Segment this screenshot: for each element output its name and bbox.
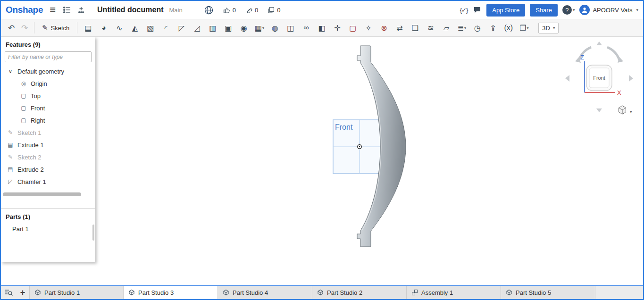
tree-item-extrude-2[interactable]: ▤ Extrude 2: [1, 163, 95, 175]
view-cube[interactable]: Front Z X ▾: [555, 40, 640, 120]
tab-part-studio-3[interactable]: Part Studio 3: [124, 286, 218, 299]
helix-button[interactable]: ◷: [469, 21, 485, 34]
hamburger-menu-icon[interactable]: ≡: [48, 5, 58, 15]
sweep-button[interactable]: ∿: [111, 21, 127, 34]
model-canvas[interactable]: Front: [1, 37, 643, 285]
insert-element-icon[interactable]: [76, 5, 86, 15]
mirror-button[interactable]: ◫: [283, 21, 298, 34]
tree-item-sketch-1[interactable]: ✎ Sketch 1: [1, 126, 95, 139]
tab-part-studio-5[interactable]: Part Studio 5: [501, 286, 595, 299]
part-studio-icon: [34, 289, 41, 296]
hole-button[interactable]: ◉: [236, 21, 251, 34]
circular-pattern-button[interactable]: ◍: [267, 21, 283, 34]
view-options-dropdown[interactable]: [619, 106, 626, 114]
sketch-button[interactable]: ✎ Sketch: [37, 22, 74, 34]
user-name: APOORV Vats: [593, 7, 632, 14]
shell-button[interactable]: ▣: [220, 21, 236, 34]
tab-label: Assembly 1: [421, 289, 453, 296]
tab-part-studio-2[interactable]: Part Studio 2: [312, 286, 407, 299]
revolve-button[interactable]: ◕: [96, 21, 111, 34]
globe-icon[interactable]: [204, 5, 214, 15]
draft-button[interactable]: ◿: [189, 21, 205, 34]
rotate-right-step-icon[interactable]: [629, 75, 633, 82]
fill-surface-button[interactable]: ▱: [438, 21, 454, 34]
origin-marker[interactable]: [358, 145, 361, 149]
chamfer-icon: ◸: [179, 24, 184, 33]
sheet-metal-icon: ❐: [519, 24, 526, 33]
workspace-name[interactable]: Main: [169, 7, 182, 14]
rotate-left-step-icon[interactable]: [565, 75, 569, 82]
appearance-button[interactable]: ≣▾: [454, 21, 469, 34]
document-title[interactable]: Untitled document: [97, 6, 163, 14]
chevron-down-icon[interactable]: ∨: [7, 68, 14, 75]
split-button[interactable]: ◧: [314, 21, 329, 34]
loft-button[interactable]: ◭: [127, 21, 142, 34]
comment-icon[interactable]: [472, 5, 482, 15]
front-plane-label: Front: [335, 123, 353, 131]
replace-face-button[interactable]: ❏: [407, 21, 423, 34]
extrude-button[interactable]: ▤: [80, 21, 96, 34]
tree-label: Extrude 2: [17, 166, 44, 173]
user-menu[interactable]: APOORV Vats ▾: [579, 5, 638, 15]
horizontal-scrollbar[interactable]: [3, 192, 81, 196]
onshape-logo[interactable]: Onshape: [6, 5, 43, 15]
modify-fillet-button[interactable]: ✧: [360, 21, 376, 34]
move-face-button[interactable]: ⇄: [392, 21, 407, 34]
tree-item-right-plane[interactable]: ▢ Right: [1, 114, 95, 126]
chevron-down-icon[interactable]: ▾: [630, 109, 632, 114]
fork-count: 0: [277, 7, 280, 14]
rotate-right-arrow-icon[interactable]: [607, 47, 619, 60]
tab-part-studio-4[interactable]: Part Studio 4: [218, 286, 312, 299]
versions-icon[interactable]: [62, 5, 72, 15]
tree-label: Origin: [31, 80, 47, 87]
onshape-window: Onshape ≡ Untitled document Main 0 0 0 {…: [0, 0, 644, 300]
link-stat[interactable]: 0: [245, 7, 258, 14]
vertical-scrollbar[interactable]: [92, 225, 94, 241]
delete-face-button[interactable]: ⊗: [376, 21, 392, 34]
add-tab-button[interactable]: +: [16, 286, 29, 299]
tree-item-top-plane[interactable]: ▢ Top: [1, 90, 95, 102]
tab-assembly-1[interactable]: Assembly 1: [407, 286, 501, 299]
redo-button[interactable]: ↷: [18, 21, 31, 34]
export-button[interactable]: ⇪: [485, 21, 501, 34]
rib-button[interactable]: ▥: [205, 21, 220, 34]
fillet-button[interactable]: ◜: [158, 21, 174, 34]
tree-item-default-geometry[interactable]: ∨ Default geometry: [1, 65, 95, 77]
offset-surface-button[interactable]: ≋: [423, 21, 438, 34]
sheet-metal-button[interactable]: ❐▾: [516, 21, 532, 34]
tree-item-sketch-2[interactable]: ✎ Sketch 2: [1, 151, 95, 163]
boolean-button[interactable]: ∞: [298, 21, 314, 34]
filter-input[interactable]: [5, 51, 92, 62]
chamfer-button[interactable]: ◸: [174, 21, 189, 34]
linear-pattern-button[interactable]: ▦▾: [251, 21, 267, 34]
undo-button[interactable]: ↶: [5, 21, 18, 34]
thicken-button[interactable]: ▧: [142, 21, 158, 34]
tab-part-studio-1[interactable]: Part Studio 1: [29, 286, 124, 299]
tree-item-origin[interactable]: ◎ Origin: [1, 77, 95, 90]
part-list-item[interactable]: Part 1: [1, 223, 95, 235]
tree-item-front-plane[interactable]: ▢ Front: [1, 102, 95, 114]
features-title: Features (9): [1, 37, 95, 50]
fill-surface-icon: ▱: [443, 24, 449, 33]
rotate-down-arrow-icon[interactable]: [596, 108, 602, 112]
variable-button[interactable]: (x): [501, 21, 516, 34]
chevron-down-icon: ▾: [553, 25, 555, 30]
rotate-up-arrow-icon[interactable]: [596, 42, 602, 45]
view-mode-3d-button[interactable]: 3D ▾: [538, 23, 559, 33]
transform-icon: ✛: [334, 24, 340, 33]
fork-stat[interactable]: 0: [268, 7, 280, 14]
delete-part-button[interactable]: ▢: [345, 21, 360, 34]
app-store-button[interactable]: App Store: [486, 4, 525, 17]
featurescript-notices-icon[interactable]: {✓}: [460, 7, 468, 14]
appearance-icon: ≣: [458, 24, 464, 33]
tree-item-extrude-1[interactable]: ▤ Extrude 1: [1, 139, 95, 151]
help-menu[interactable]: ? ▾: [562, 5, 575, 15]
share-button[interactable]: Share: [530, 4, 558, 17]
tree-item-chamfer-1[interactable]: ◸ Chamfer 1: [1, 175, 95, 188]
like-stat[interactable]: 0: [223, 7, 236, 14]
graphics-area: Front Features (9) ∨ Default geome: [1, 37, 643, 285]
search-tabs-icon[interactable]: [1, 286, 16, 299]
transform-button[interactable]: ✛: [329, 21, 345, 34]
thicken-icon: ▧: [147, 24, 154, 33]
delete-face-icon: ⊗: [381, 24, 387, 33]
